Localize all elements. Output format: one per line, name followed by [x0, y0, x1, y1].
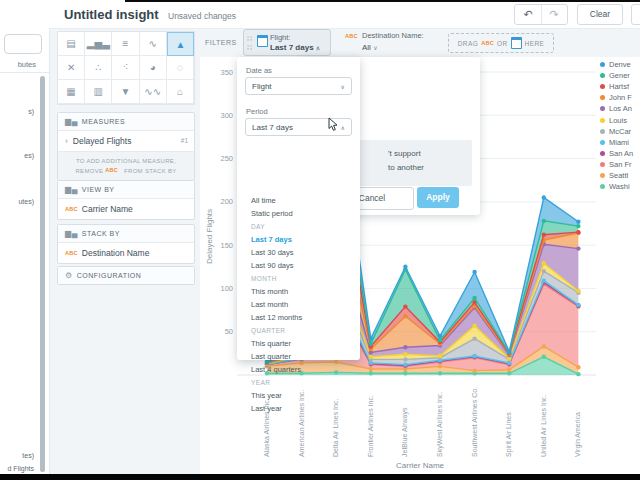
- chart-mini-icon: ▆▄: [65, 185, 78, 194]
- line-chart-icon[interactable]: ∿: [140, 32, 167, 56]
- date-as-select[interactable]: Flight∨: [245, 77, 352, 95]
- undo-icon[interactable]: ↶: [516, 5, 541, 24]
- period-option[interactable]: Static period: [237, 207, 360, 220]
- mouse-cursor: [328, 117, 339, 132]
- filter-dropzone[interactable]: DRAGABCORHERE: [448, 33, 554, 53]
- measure-badge: #1: [181, 131, 188, 151]
- scatter-chart-icon[interactable]: ∴: [85, 56, 112, 80]
- period-option[interactable]: Last 4 quarters: [237, 363, 360, 376]
- destination-chip-value: All ∨: [362, 43, 378, 52]
- divider: [0, 72, 49, 73]
- period-option[interactable]: Last month: [237, 298, 360, 311]
- fields-scrollbar[interactable]: [40, 76, 45, 472]
- header-bar: Untitled insight Unsaved changes ↶↷ Clea…: [0, 0, 640, 29]
- measure-row-delayed-flights[interactable]: ›Delayed Flights#1: [58, 131, 194, 151]
- gear-icon: ⚙: [65, 271, 73, 280]
- period-option[interactable]: Last quarter: [237, 350, 360, 363]
- destination-filter-chip[interactable]: ABC Destination Name: All ∨: [345, 31, 440, 55]
- period-option[interactable]: Last 7 days: [237, 233, 360, 246]
- flight-filter-chip[interactable]: ⁞⁞⁞⁞ Flight: Last 7 days ∧: [243, 29, 331, 56]
- period-option[interactable]: This month: [237, 285, 360, 298]
- open-button[interactable]: Open: [631, 4, 640, 25]
- period-dropdown-panel: Date as Flight∨ Period Last 7 days∧ All …: [237, 57, 360, 360]
- stack-by-row-destination-name[interactable]: ABCDestination Name: [58, 243, 194, 263]
- svg-text:50: 50: [225, 327, 233, 336]
- undo-redo-group: ↶↷: [514, 4, 568, 25]
- drag-handle-icon[interactable]: ⁞⁞⁞⁞: [247, 34, 253, 52]
- abc-icon: ABC: [481, 40, 494, 46]
- heatmap-icon[interactable]: ▦: [58, 80, 85, 104]
- svg-text:100: 100: [220, 284, 233, 293]
- range-area-icon[interactable]: ⌂: [167, 80, 194, 104]
- measures-header: ▆▄MEASURES: [58, 113, 194, 131]
- period-option[interactable]: This quarter: [237, 337, 360, 350]
- period-group-label: DAY: [237, 220, 360, 233]
- funnel-icon[interactable]: ▼: [112, 80, 139, 104]
- flight-chip-field: Flight:: [270, 33, 290, 42]
- period-option[interactable]: All time: [237, 194, 360, 207]
- hbar-chart-icon[interactable]: ≡: [112, 32, 139, 56]
- chart-mini-icon: ▆▄: [65, 229, 78, 238]
- field-search-input[interactable]: [4, 34, 42, 54]
- abc-icon: ABC: [65, 250, 78, 256]
- multi-line-icon[interactable]: ∿∿: [140, 80, 167, 104]
- field-item-fragment[interactable]: s): [0, 108, 34, 115]
- svg-text:150: 150: [220, 241, 233, 250]
- bubble-chart-icon[interactable]: ⁖: [112, 56, 139, 80]
- configuration-box: ⚙CONFIGURATION: [57, 266, 195, 285]
- expander-icon[interactable]: ›: [65, 136, 68, 146]
- measures-box: ▆▄MEASURES ›Delayed Flights#1 TO ADD ADD…: [57, 112, 195, 181]
- svg-text:300: 300: [220, 111, 233, 120]
- app-window: Untitled insight Unsaved changes ↶↷ Clea…: [0, 0, 640, 480]
- crosstab-icon[interactable]: ▥: [85, 80, 112, 104]
- bar-chart-icon[interactable]: ▂▅▃: [85, 32, 112, 56]
- field-item-fragment[interactable]: es): [0, 152, 34, 159]
- period-options-list: All timeStatic periodDAYLast 7 daysLast …: [237, 194, 360, 415]
- area-chart-icon[interactable]: ▲: [167, 32, 194, 56]
- svg-text:Delayed Flights: Delayed Flights: [205, 209, 214, 264]
- stack-by-header: ▆▄STACK BY: [58, 225, 194, 243]
- apply-button[interactable]: Apply: [417, 187, 459, 208]
- view-by-row-carrier-name[interactable]: ABCCarrier Name: [58, 199, 194, 219]
- attributes-tab[interactable]: butes: [0, 60, 36, 69]
- period-group-label: MONTH: [237, 272, 360, 285]
- chart-type-grid: ▤▂▅▃≡∿▲✕∴⁖◕◌▦▥▼∿∿⌂: [57, 31, 195, 105]
- svg-text:250: 250: [220, 154, 233, 163]
- field-item-fragment[interactable]: utes): [0, 198, 34, 205]
- field-item-fragment[interactable]: tes): [0, 452, 34, 459]
- letterbox-bar: [0, 474, 640, 480]
- box-plot-icon[interactable]: ✕: [58, 56, 85, 80]
- abc-icon: ABC: [345, 33, 358, 39]
- configuration-header[interactable]: ⚙CONFIGURATION: [58, 267, 194, 284]
- chart-mini-icon: ▆▄: [65, 117, 78, 126]
- period-option[interactable]: Last year: [237, 402, 360, 415]
- measures-hint: TO ADD ADDITIONAL MEASURE,REMOVE ABC FRO…: [58, 151, 194, 180]
- chevron-down-icon: ∨: [373, 45, 377, 51]
- period-option[interactable]: Last 12 months: [237, 311, 360, 324]
- redo-icon[interactable]: ↷: [541, 5, 567, 24]
- period-label: Period: [246, 107, 268, 116]
- unsaved-changes-label: Unsaved changes: [168, 11, 236, 21]
- filters-label: FILTERS: [205, 39, 237, 46]
- period-option[interactable]: This year: [237, 389, 360, 402]
- pie-chart-icon[interactable]: ◕: [140, 56, 167, 80]
- abc-icon: ABC: [105, 167, 118, 173]
- donut-chart-icon[interactable]: ◌: [167, 56, 194, 80]
- stack-by-box: ▆▄STACK BY ABCDestination Name: [57, 224, 195, 264]
- period-option[interactable]: Last 90 days: [237, 259, 360, 272]
- clear-button[interactable]: Clear: [577, 4, 623, 25]
- destination-chip-field: Destination Name:: [362, 31, 424, 40]
- dialog-text-line2: to another: [388, 163, 424, 172]
- page-title: Untitled insight: [64, 7, 159, 22]
- date-as-label: Date as: [246, 66, 272, 75]
- period-option[interactable]: Last 30 days: [237, 246, 360, 259]
- svg-text:350: 350: [220, 68, 233, 77]
- fields-panel: butes s)es)utes)tes)d Flights: [0, 28, 50, 474]
- svg-text:200: 200: [220, 197, 233, 206]
- period-group-label: QUARTER: [237, 324, 360, 337]
- dialog-text-line1: 't support: [388, 149, 421, 158]
- field-item-fragment[interactable]: d Flights: [0, 465, 34, 472]
- window-edge: [125, 0, 640, 2]
- abc-icon: ABC: [65, 206, 78, 212]
- table-icon[interactable]: ▤: [58, 32, 85, 56]
